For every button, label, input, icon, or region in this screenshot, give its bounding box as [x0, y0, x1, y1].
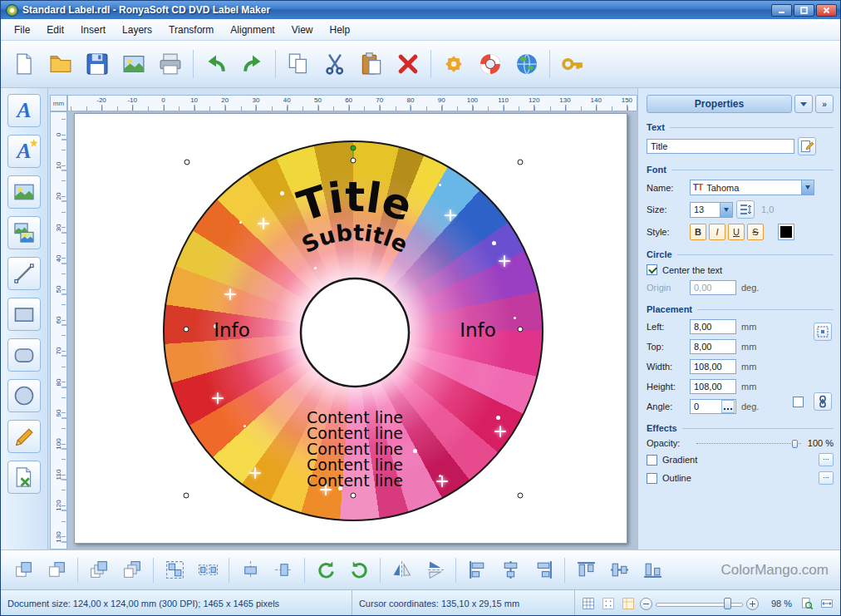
copy-icon[interactable]: [280, 46, 317, 82]
document-page[interactable]: Title Subtitle Info Info Content line Co…: [74, 113, 627, 544]
line-tool-icon[interactable]: [7, 257, 41, 290]
origin-input[interactable]: [690, 280, 736, 295]
line-spacing-button[interactable]: [736, 200, 755, 219]
text-tool-icon[interactable]: A: [7, 94, 41, 127]
undo-icon[interactable]: [198, 46, 234, 82]
image-tool-icon[interactable]: [7, 175, 41, 209]
selection-handle-bottom-left[interactable]: [184, 493, 189, 499]
underline-button[interactable]: U: [728, 224, 745, 240]
cd-label-design[interactable]: Title Subtitle Info Info Content line Co…: [163, 140, 543, 521]
dropdown-arrow-icon[interactable]: [720, 203, 732, 217]
close-button[interactable]: [816, 4, 837, 17]
order-raise-icon[interactable]: [7, 554, 39, 586]
rounded-rectangle-tool-icon[interactable]: [7, 338, 41, 372]
menu-insert[interactable]: Insert: [72, 21, 114, 39]
grid-dots-toggle-icon[interactable]: [600, 595, 617, 612]
font-name-select[interactable]: TT Tahoma: [690, 180, 814, 195]
delete-icon[interactable]: [390, 46, 426, 82]
edit-text-button[interactable]: [798, 137, 816, 155]
selection-handle-middle-right[interactable]: [518, 327, 524, 333]
label-info-right-text[interactable]: Info: [460, 319, 496, 341]
outline-more-button[interactable]: ...: [819, 471, 834, 485]
gradient-checkbox[interactable]: [647, 455, 657, 466]
redo-icon[interactable]: [234, 46, 271, 82]
menu-help[interactable]: Help: [321, 21, 358, 39]
ungroup-icon[interactable]: [192, 554, 224, 586]
align-center-icon[interactable]: [494, 554, 526, 586]
help-lifebuoy-icon[interactable]: [472, 46, 509, 82]
opacity-slider[interactable]: [696, 443, 801, 444]
menu-edit[interactable]: Edit: [38, 21, 72, 39]
pencil-tool-icon[interactable]: [7, 420, 41, 453]
paste-icon[interactable]: [353, 46, 390, 82]
rotate-left-icon[interactable]: [310, 554, 342, 586]
gradient-more-button[interactable]: ...: [819, 453, 834, 466]
order-back-icon[interactable]: [116, 554, 148, 586]
align-right-icon[interactable]: [528, 554, 559, 586]
angle-picker-button[interactable]: [721, 400, 735, 413]
order-lower-icon[interactable]: [41, 554, 72, 586]
zoom-slider-thumb[interactable]: [724, 598, 731, 609]
aspect-ratio-checkbox[interactable]: [793, 397, 804, 407]
wordart-tool-icon[interactable]: A: [7, 135, 41, 168]
opacity-slider-thumb[interactable]: [792, 440, 798, 448]
export-image-icon[interactable]: [116, 46, 152, 82]
selection-handle-bottom-center[interactable]: [351, 493, 357, 499]
ellipse-tool-icon[interactable]: [7, 379, 41, 412]
selection-handle-bottom-right[interactable]: [518, 493, 524, 499]
text-value-input[interactable]: [647, 139, 794, 154]
new-document-icon[interactable]: [6, 46, 42, 82]
clipart-tool-icon[interactable]: [7, 216, 41, 249]
zoom-out-button[interactable]: [640, 598, 652, 610]
font-size-select[interactable]: 13: [690, 202, 733, 218]
center-horizontal-icon[interactable]: [234, 554, 266, 586]
cut-icon[interactable]: [317, 46, 353, 82]
align-left-icon[interactable]: [461, 554, 493, 586]
height-input[interactable]: [690, 379, 736, 394]
center-vertical-icon[interactable]: [268, 554, 299, 586]
dropdown-arrow-icon[interactable]: [801, 180, 814, 195]
key-icon[interactable]: [554, 46, 591, 82]
properties-menu-button[interactable]: [794, 95, 813, 113]
zoom-slider[interactable]: [656, 598, 743, 609]
align-top-icon[interactable]: [570, 554, 602, 586]
selection-handle-top-right[interactable]: [518, 160, 524, 165]
settings-gear-icon[interactable]: [435, 46, 472, 82]
selection-handle-middle-left[interactable]: [184, 327, 189, 333]
grid-toggle-icon[interactable]: [580, 595, 597, 612]
print-icon[interactable]: [152, 46, 189, 82]
bold-button[interactable]: B: [690, 224, 706, 240]
menu-layers[interactable]: Layers: [114, 21, 160, 39]
group-icon[interactable]: [159, 554, 190, 586]
save-icon[interactable]: [79, 46, 116, 82]
rectangle-tool-icon[interactable]: [7, 298, 41, 331]
maximize-button[interactable]: [794, 4, 814, 17]
align-bottom-icon[interactable]: [637, 554, 668, 586]
collapse-panel-button[interactable]: »: [815, 95, 834, 113]
order-front-icon[interactable]: [83, 554, 115, 586]
selection-handle-top-left[interactable]: [184, 160, 190, 165]
selection-handle-top-center[interactable]: [351, 158, 357, 164]
menu-view[interactable]: View: [283, 21, 322, 39]
position-picker-button[interactable]: [814, 323, 832, 341]
rotation-handle[interactable]: [351, 145, 357, 151]
left-input[interactable]: [690, 319, 736, 334]
rotate-right-icon[interactable]: [343, 554, 375, 586]
menu-file[interactable]: File: [6, 21, 38, 39]
aspect-lock-chain-button[interactable]: [814, 392, 832, 411]
snap-toggle-icon[interactable]: [620, 595, 637, 612]
top-input[interactable]: [690, 339, 736, 354]
fit-page-icon[interactable]: [799, 595, 815, 612]
italic-button[interactable]: I: [709, 224, 725, 240]
center-text-checkbox[interactable]: [647, 264, 657, 275]
zoom-in-button[interactable]: [746, 598, 759, 610]
label-info-left-text[interactable]: Info: [214, 319, 250, 341]
strikethrough-button[interactable]: S: [747, 224, 764, 240]
open-folder-icon[interactable]: [42, 46, 79, 82]
flip-horizontal-icon[interactable]: [386, 554, 417, 586]
menu-transform[interactable]: Transform: [160, 21, 222, 39]
fit-width-icon[interactable]: [819, 595, 835, 612]
align-middle-icon[interactable]: [603, 554, 635, 586]
template-tool-icon[interactable]: [7, 461, 41, 494]
label-content-line[interactable]: Content line: [307, 471, 403, 490]
